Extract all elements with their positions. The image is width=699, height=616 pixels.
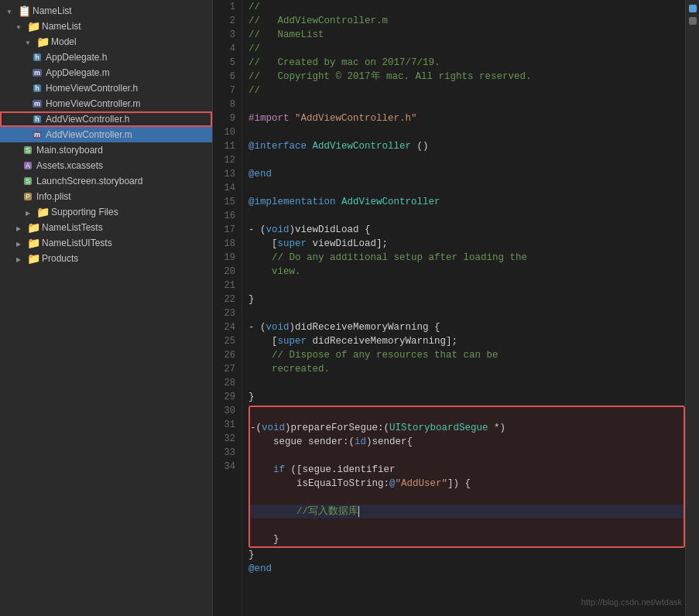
code-line-22b: - (void)didReceiveMemoryWarning {	[248, 320, 685, 334]
h-file-icon: h	[31, 51, 43, 63]
sidebar-label-namelistuitests: NameListUITests	[42, 238, 209, 248]
code-line-22	[248, 306, 685, 320]
m-addvc-icon: m	[31, 128, 43, 141]
code-line-5: // Created by mac on 2017/7/19.	[248, 56, 685, 70]
code-line-4: //	[248, 42, 685, 56]
code-line-21: }	[248, 293, 685, 306]
code-line-28	[250, 449, 684, 463]
sidebar-item-namelisttests[interactable]: 📁 NameListTests	[0, 220, 212, 235]
code-line-31: //写入数据库​	[250, 505, 684, 518]
line-numbers: 1 2 3 4 5 6 7 8 9 10 11 12 13 14 15 16 1…	[213, 0, 242, 616]
code-line-1: //	[248, 0, 685, 14]
nav-tree: 📋 NameList 📁 NameList 📁 Model h AppDeleg…	[0, 3, 212, 266]
sidebar-item-addvc-m[interactable]: m AddViewController.m	[0, 127, 212, 142]
h-homevc-icon: h	[31, 82, 43, 94]
triangle-icon	[3, 5, 15, 17]
code-content[interactable]: // // AddViewController.m // NameList //…	[242, 0, 685, 616]
sidebar-label-namelisttests: NameListTests	[42, 222, 209, 233]
code-line-16	[248, 209, 685, 223]
sidebar-item-launch[interactable]: S LaunchScreen.storyboard	[0, 173, 212, 189]
code-line-35: @end	[248, 562, 685, 576]
m-file-icon: m	[31, 67, 43, 79]
model-folder-icon: 📁	[36, 36, 49, 48]
sidebar-label-main-storyboard: Main.storyboard	[36, 145, 209, 156]
sidebar-item-model[interactable]: 📁 Model	[0, 34, 212, 50]
sidebar-item-homevc-m[interactable]: m HomeViewController.m	[0, 96, 212, 111]
sidebar-label-homevc-m: HomeViewController.m	[46, 98, 209, 109]
triangle-supporting-icon	[22, 206, 34, 218]
code-line-11: @interface AddViewController ()	[248, 139, 685, 153]
ln-13: 13	[213, 167, 235, 181]
sidebar-label-namelist: NameList	[42, 21, 209, 32]
ln-33: 33	[213, 446, 235, 460]
xcassets-icon: A	[22, 159, 34, 172]
triangle-tests-icon	[12, 221, 25, 234]
ln-22: 22	[213, 293, 235, 306]
sidebar-item-namelistuitests[interactable]: 📁 NameListUITests	[0, 235, 212, 251]
highlight-block: -(void)prepareForSegue:(UIStoryboardSegu…	[248, 406, 685, 548]
ln-8: 8	[213, 98, 235, 111]
sidebar-label-supporting: Supporting Files	[51, 207, 209, 217]
ln-4: 4	[213, 42, 235, 56]
ln-19: 19	[213, 251, 235, 265]
ln-34: 34	[213, 460, 235, 474]
ln-5: 5	[213, 56, 235, 70]
sidebar-label-launch: LaunchScreen.storyboard	[36, 176, 209, 187]
sidebar-label-model: Model	[51, 36, 209, 47]
sidebar-item-appdelegate-m[interactable]: m AppDelegate.m	[0, 65, 212, 80]
code-editor: 1 2 3 4 5 6 7 8 9 10 11 12 13 14 15 16 1…	[213, 0, 685, 616]
sidebar-label-root: NameList	[33, 5, 209, 16]
code-line-34: }	[248, 548, 685, 562]
inspector-icon	[689, 5, 697, 12]
sidebar-item-infoplist[interactable]: P Info.plist	[0, 189, 212, 204]
file-navigator: 📋 NameList 📁 NameList 📁 Model h AppDeleg…	[0, 0, 213, 616]
sidebar-item-addvc-h[interactable]: h AddViewController.h	[0, 111, 212, 127]
sidebar-item-main-storyboard[interactable]: S Main.storyboard	[0, 142, 212, 158]
code-line-19b: view.	[248, 265, 685, 279]
code-line-27b: -(void)prepareForSegue:(UIStoryboardSegu…	[250, 421, 684, 435]
ln-11: 11	[213, 139, 235, 153]
code-line-7: //	[248, 84, 685, 98]
ln-17: 17	[213, 223, 235, 237]
code-line-20	[248, 279, 685, 293]
ln-28: 28	[213, 376, 235, 390]
triangle-open-icon	[12, 20, 25, 33]
ln-23: 23	[213, 306, 235, 320]
code-line-9: #import "AddViewController.h"	[248, 111, 685, 125]
ln-26: 26	[213, 348, 235, 362]
sidebar-item-products[interactable]: 📁 Products	[0, 251, 212, 266]
code-line-18: [super viewDidLoad];	[248, 237, 685, 251]
ln-15: 15	[213, 195, 235, 209]
code-line-23: [super didReceiveMemoryWarning];	[248, 334, 685, 348]
ln-32: 32	[213, 432, 235, 446]
inspector-icon2	[689, 17, 697, 25]
uitests-folder-icon: 📁	[27, 237, 39, 249]
ln-1: 1	[213, 0, 235, 14]
code-line-13: @end	[248, 167, 685, 181]
h-addvc-icon: h	[31, 113, 43, 125]
triangle-uitests-icon	[12, 237, 25, 249]
ln-9: 9	[213, 111, 235, 125]
ln-7: 7	[213, 84, 235, 98]
sidebar-item-root[interactable]: 📋 NameList	[0, 3, 212, 19]
ln-18: 18	[213, 237, 235, 251]
code-line-12	[248, 153, 685, 167]
plist-icon: P	[22, 190, 34, 203]
code-line-6: // Copyright © 2017年 mac. All rights res…	[248, 70, 685, 84]
sidebar-item-assets[interactable]: A Assets.xcassets	[0, 158, 212, 173]
triangle-products-icon	[12, 252, 25, 265]
code-line-30	[250, 491, 684, 505]
ln-14: 14	[213, 181, 235, 195]
ln-10: 10	[213, 125, 235, 139]
sidebar-item-supporting[interactable]: 📁 Supporting Files	[0, 204, 212, 220]
ln-29: 29	[213, 390, 235, 404]
ln-3: 3	[213, 28, 235, 42]
code-line-26: }	[248, 390, 685, 404]
ln-25: 25	[213, 334, 235, 348]
launch-storyboard-icon: S	[22, 175, 34, 187]
sidebar-label-infoplist: Info.plist	[36, 191, 209, 202]
sidebar-item-homevc-h[interactable]: h HomeViewController.h	[0, 80, 212, 96]
sidebar-item-namelist[interactable]: 📁 NameList	[0, 19, 212, 34]
sidebar-label-appdelegate-m: AppDelegate.m	[46, 67, 209, 78]
sidebar-item-appdelegate-h[interactable]: h AppDelegate.h	[0, 50, 212, 65]
